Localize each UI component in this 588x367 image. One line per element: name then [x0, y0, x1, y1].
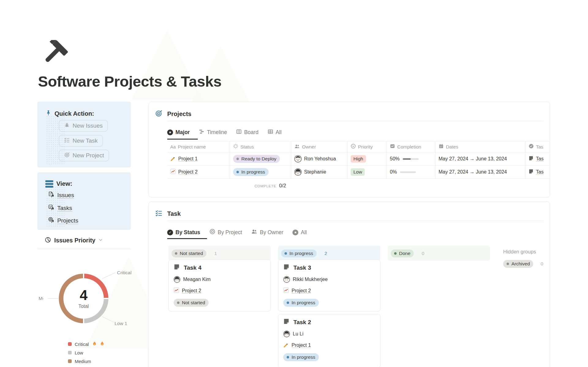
- tasks-cell[interactable]: Tas: [525, 166, 550, 178]
- owner-name: Ron Yehoshua: [304, 156, 336, 162]
- issues-priority-chart: 4 Total Critical Low 1 Medium 2: [34, 263, 138, 341]
- col-label: Project name: [178, 144, 206, 150]
- tab-label: All: [276, 129, 281, 136]
- kanban-card-task-4[interactable]: Task 4 Meagan Kim Project 2 Not started: [168, 260, 271, 311]
- owner-cell[interactable]: Ron Yehoshua: [291, 152, 347, 165]
- menu-bars-icon: [45, 180, 53, 188]
- tab-all[interactable]: All: [268, 129, 281, 136]
- tasks-relation[interactable]: Tas: [536, 169, 544, 175]
- tab-by-owner[interactable]: By Owner: [251, 229, 283, 236]
- new-project-button[interactable]: New Project: [59, 150, 109, 161]
- completion-cell[interactable]: 0%: [386, 166, 435, 178]
- progress-bar: [403, 158, 419, 160]
- page-title: Software Projects & Tasks: [38, 73, 221, 90]
- kanban-card-task-3[interactable]: Task 3 Rikki Mukherjee Project 2 In prog…: [278, 260, 380, 311]
- col-priority[interactable]: Priority: [347, 141, 386, 152]
- status-dot: [177, 301, 179, 304]
- view-title: View:: [56, 180, 72, 187]
- status-dot: [507, 263, 509, 265]
- project-name-cell[interactable]: Project 2: [167, 166, 230, 178]
- card-project-link[interactable]: Project 1: [292, 343, 311, 348]
- card-title: Task 3: [293, 264, 311, 271]
- tasks-relation[interactable]: Tas: [536, 156, 544, 162]
- kanban-card-task-2[interactable]: Task 2 Lu Li Project 1 In progress: [278, 314, 380, 367]
- card-project-link[interactable]: Project 2: [182, 288, 201, 294]
- tab-label: By Status: [175, 229, 200, 236]
- status-label: Not started: [182, 300, 205, 305]
- col-status[interactable]: Status: [230, 141, 291, 152]
- status-pill: In progress: [283, 299, 319, 307]
- tab-by-project[interactable]: By Project: [209, 229, 242, 236]
- new-task-button[interactable]: New Task: [59, 135, 103, 147]
- view-link-issues[interactable]: Issues: [48, 191, 74, 199]
- project-name-cell[interactable]: Project 1: [167, 152, 230, 165]
- view-link-projects[interactable]: Projects: [48, 217, 78, 224]
- legend-swatch: [68, 351, 72, 354]
- tab-by-status[interactable]: ✓ By Status: [167, 229, 200, 236]
- table-row: Project 1 Ready to Deploy Ron Yehoshua H…: [167, 152, 550, 166]
- tab-board[interactable]: Board: [236, 129, 258, 136]
- project-link[interactable]: Project 2: [178, 169, 198, 175]
- writing-hand-icon: [283, 342, 289, 349]
- double-circle-icon: [209, 229, 215, 236]
- issues-priority-dropdown[interactable]: Issues Priority: [45, 237, 103, 244]
- priority-cell[interactable]: Low: [347, 166, 386, 178]
- legend-item-low[interactable]: Low: [68, 349, 104, 356]
- legend-label: Low: [75, 350, 83, 355]
- col-completion[interactable]: Completion: [386, 141, 435, 152]
- view-panel: View: Issues Tasks Projects: [37, 172, 131, 230]
- sticky-note-icon: [529, 169, 533, 175]
- tab-label: By Owner: [260, 229, 283, 236]
- view-header: View:: [45, 180, 72, 188]
- projects-table: Aa Project name Status Owner: [167, 141, 550, 179]
- hidden-groups-label[interactable]: Hidden groups: [503, 249, 536, 255]
- table-header-row: Aa Project name Status Owner: [167, 141, 550, 152]
- column-status-pill[interactable]: Not started: [172, 249, 206, 257]
- completion-cell[interactable]: 50%: [386, 152, 435, 165]
- card-owner-row: Lu Li: [283, 331, 375, 337]
- owner-cell[interactable]: Stephanie: [291, 166, 347, 178]
- sticky-note-icon: [529, 156, 533, 162]
- dates-cell[interactable]: May 27, 2024 → June 13, 2024: [435, 166, 525, 178]
- col-tasks[interactable]: Tas: [525, 141, 550, 152]
- tab-label: Board: [244, 129, 258, 136]
- column-status-pill[interactable]: Done: [391, 249, 414, 257]
- new-issues-button[interactable]: New Issues: [59, 120, 108, 132]
- tab-label: Major: [175, 129, 190, 136]
- chart-legend: Critical Low Medium: [68, 340, 104, 365]
- callout-low: Low 1: [115, 321, 136, 326]
- col-label: Owner: [302, 144, 316, 150]
- avatar: [294, 168, 302, 176]
- table-footer[interactable]: COMPLETE 0/2: [254, 183, 286, 189]
- timeline-icon: [199, 129, 205, 136]
- tab-timeline[interactable]: Timeline: [199, 129, 227, 136]
- sticky-note-icon: [283, 264, 289, 272]
- tab-all[interactable]: ★ All: [292, 229, 307, 236]
- projects-card-header: Projects: [155, 110, 191, 118]
- legend-item-medium[interactable]: Medium: [68, 358, 104, 365]
- tasks-cell[interactable]: Tas: [525, 152, 550, 165]
- status-cell[interactable]: In progress: [230, 166, 291, 178]
- col-project-name[interactable]: Aa Project name: [167, 141, 230, 152]
- status-cell[interactable]: Ready to Deploy: [230, 152, 291, 165]
- column-status-pill[interactable]: In progress: [281, 249, 317, 257]
- legend-item-critical[interactable]: Critical: [68, 340, 104, 348]
- dates-cell[interactable]: May 27, 2024 → June 13, 2024: [435, 152, 525, 165]
- column-label: Not started: [180, 251, 203, 256]
- status-dot: [287, 301, 289, 304]
- tab-major[interactable]: ★ Major: [167, 129, 190, 136]
- priority-tag: High: [351, 155, 366, 163]
- bug-icon: [64, 122, 70, 129]
- pushpin-icon: [45, 110, 51, 118]
- status-pill: Ready to Deploy: [233, 155, 280, 163]
- col-dates[interactable]: Dates: [435, 141, 525, 152]
- project-link[interactable]: Project 1: [178, 156, 198, 162]
- priority-cell[interactable]: High: [347, 152, 386, 165]
- view-link-tasks[interactable]: Tasks: [48, 204, 72, 212]
- col-owner[interactable]: Owner: [291, 141, 347, 152]
- chevron-down-icon: [98, 238, 103, 243]
- status-dot: [285, 252, 287, 255]
- card-project-link[interactable]: Project 2: [292, 288, 311, 294]
- col-label: Dates: [446, 144, 458, 150]
- archived-pill[interactable]: Archived: [503, 260, 533, 268]
